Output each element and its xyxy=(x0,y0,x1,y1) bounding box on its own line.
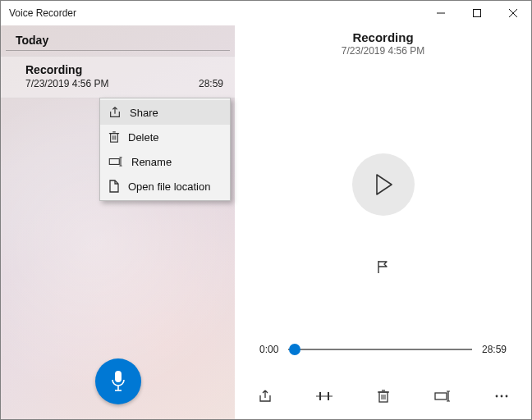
flag-icon xyxy=(376,259,391,274)
more-button[interactable] xyxy=(490,385,513,408)
trash-icon xyxy=(108,130,120,144)
player-panel: Recording 7/23/2019 4:56 PM 0:00 28:59 xyxy=(235,25,531,419)
title-bar: Voice Recorder xyxy=(1,1,531,25)
total-time: 28:59 xyxy=(482,344,507,355)
context-menu: Share Delete Rename Open file location xyxy=(99,98,231,201)
app-title: Voice Recorder xyxy=(9,7,76,19)
context-menu-label: Rename xyxy=(131,156,172,168)
microphone-icon xyxy=(110,370,126,393)
svg-marker-7 xyxy=(377,175,392,194)
context-menu-label: Share xyxy=(130,107,158,119)
seek-track[interactable] xyxy=(288,349,472,350)
app-body: Today Recording 7/23/2019 4:56 PM 28:59 … xyxy=(1,25,531,419)
trim-button[interactable] xyxy=(313,385,336,408)
rename-icon xyxy=(108,157,123,167)
svg-point-22 xyxy=(495,395,498,398)
share-icon xyxy=(108,106,122,119)
elapsed-time: 0:00 xyxy=(259,344,278,355)
svg-rect-11 xyxy=(328,392,329,400)
rename-icon xyxy=(434,390,451,402)
seek-thumb[interactable] xyxy=(289,344,300,355)
svg-rect-1 xyxy=(474,10,481,17)
delete-button[interactable] xyxy=(372,385,395,408)
close-button[interactable] xyxy=(495,1,531,25)
recording-item-title: Recording xyxy=(25,63,223,76)
recording-item-duration: 28:59 xyxy=(199,78,223,89)
player-timestamp: 7/23/2019 4:56 PM xyxy=(342,45,424,57)
svg-rect-4 xyxy=(115,371,122,382)
player-title: Recording xyxy=(352,30,413,44)
svg-point-24 xyxy=(505,395,507,398)
play-icon xyxy=(374,173,393,196)
svg-rect-10 xyxy=(319,392,321,400)
minimize-button[interactable] xyxy=(423,1,459,25)
app-window: Voice Recorder Today Recording 7/23/2019… xyxy=(0,0,532,420)
svg-point-23 xyxy=(500,395,502,398)
record-button[interactable] xyxy=(95,358,141,404)
context-menu-label: Delete xyxy=(128,131,159,144)
window-controls xyxy=(423,1,531,25)
recordings-sidebar: Today Recording 7/23/2019 4:56 PM 28:59 xyxy=(1,25,235,419)
trash-icon xyxy=(377,389,390,404)
recording-list-item[interactable]: Recording 7/23/2019 4:56 PM 28:59 xyxy=(1,56,235,98)
player-toolbar xyxy=(235,385,531,408)
rename-button[interactable] xyxy=(431,385,454,408)
context-menu-delete[interactable]: Delete xyxy=(100,125,230,149)
file-icon xyxy=(108,180,120,193)
more-icon xyxy=(494,394,509,399)
context-menu-label: Open file location xyxy=(128,180,210,193)
add-marker-button[interactable] xyxy=(370,253,397,280)
recording-item-timestamp: 7/23/2019 4:56 PM xyxy=(25,78,108,89)
context-menu-share[interactable]: Share xyxy=(100,100,230,125)
svg-rect-31 xyxy=(109,159,119,165)
maximize-button[interactable] xyxy=(459,1,495,25)
context-menu-rename[interactable]: Rename xyxy=(100,149,230,174)
share-button[interactable] xyxy=(254,385,277,408)
section-header-today: Today xyxy=(6,25,230,51)
svg-rect-18 xyxy=(435,393,447,399)
context-menu-open-location[interactable]: Open file location xyxy=(100,174,230,199)
trim-icon xyxy=(316,390,332,403)
play-button[interactable] xyxy=(352,153,415,216)
timeline: 0:00 28:59 xyxy=(259,344,507,355)
share-icon xyxy=(258,389,273,404)
